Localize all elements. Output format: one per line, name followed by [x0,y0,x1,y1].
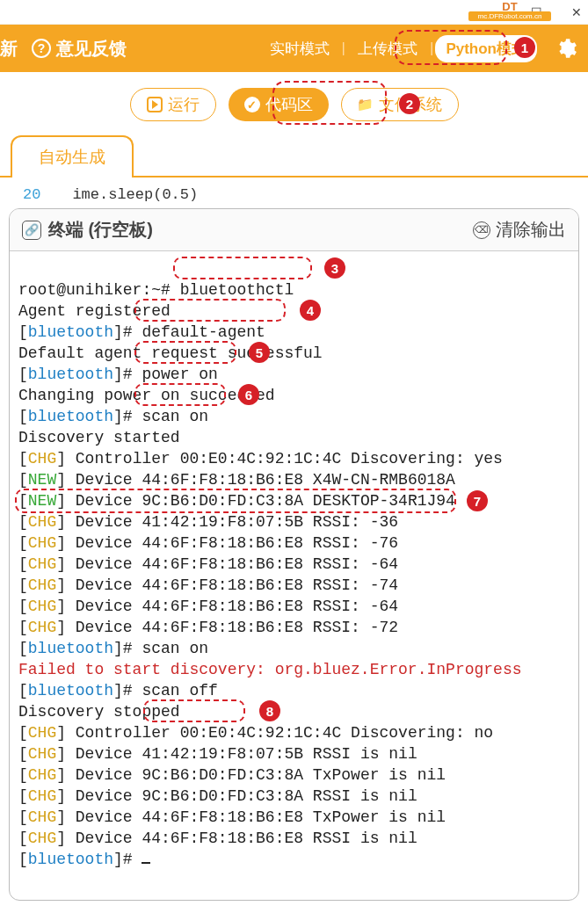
term-tag-chg: CHG [28,450,56,467]
term-text: ]# [113,851,142,868]
term-text: ] Device 9C:B6:D0:FD:C3:8A RSSI is nil [56,787,417,805]
term-text: Default agent request successful [18,344,323,362]
filesystem-label: 文件系统 [379,94,442,115]
term-tag-new: NEW [28,492,56,510]
term-prompt: bluetooth [28,851,113,868]
filesystem-button[interactable]: 文件系统 [341,88,459,121]
term-cmd: power on [142,366,217,383]
term-text: [ [18,640,28,657]
term-text: [ [18,576,28,594]
term-text: ] Device 44:6F:F8:18:B6:E8 RSSI: -64 [56,555,398,573]
term-tag-chg: CHG [28,513,56,531]
term-prompt: bluetooth [28,682,113,699]
term-text: ] Device 44:6F:F8:18:B6:E8 RSSI: -76 [56,534,398,552]
term-text: [ [18,492,28,510]
terminal-header: 🔗 终端 (行空板) ⌫ 清除输出 [10,209,578,251]
term-prompt: bluetooth [28,366,113,383]
term-text: [ [18,766,28,784]
header-left: 新 ? 意见反馈 [0,37,127,61]
term-text: ] Device 44:6F:F8:18:B6:E8 X4W-CN-RMB601… [56,471,455,489]
action-toolbar: 运行 ✓ 代码区 文件系统 2 [0,72,588,130]
eraser-icon: ⌫ [473,221,490,239]
refresh-label[interactable]: 新 [0,37,18,61]
clear-output-button[interactable]: ⌫ 清除输出 [473,218,566,242]
brand-logo-text: DT [502,0,517,13]
mode-python[interactable]: Python模式 [435,35,537,62]
term-text: [ [18,619,28,636]
terminal-title: 终端 (行空板) [48,218,153,242]
term-tag-chg: CHG [28,766,56,784]
term-prompt: bluetooth [28,323,113,341]
term-tag-chg: CHG [28,598,56,615]
term-text: ] Device 44:6F:F8:18:B6:E8 TxPower is ni… [56,808,446,826]
term-text: ]# scan on [113,640,208,657]
term-tag-chg: CHG [28,830,56,847]
term-text: [ [18,787,28,805]
term-tag-chg: CHG [28,534,56,552]
code-area-button[interactable]: ✓ 代码区 [229,88,329,121]
term-text: Discovery started [18,429,180,446]
term-text: ]# [113,323,142,341]
term-text: [ [18,408,28,425]
check-icon: ✓ [244,97,260,112]
cursor-icon [142,862,150,864]
code-preview: 20 ime.sleep(0.5) [11,186,577,203]
term-text: Changing power on succeeded [18,387,275,404]
term-text: [ [18,366,28,383]
app-header: 新 ? 意见反馈 实时模式 | 上传模式 | Python模式 1 [0,25,588,72]
term-text: ] Device 44:6F:F8:18:B6:E8 RSSI: -72 [56,619,398,636]
term-text: ] Device 9C:B6:D0:FD:C3:8A TxPower is ni… [56,766,446,784]
term-text: Discovery stopped [18,703,180,721]
terminal-output[interactable]: root@unihiker:~# bluetoothctl Agent regi… [10,251,578,900]
gear-icon [555,37,577,60]
settings-button[interactable] [553,35,579,62]
run-button-label: 运行 [168,94,200,115]
term-tag-chg: CHG [28,787,56,805]
term-text: [ [18,534,28,552]
feedback-icon[interactable]: ? [32,39,51,58]
feedback-label[interactable]: 意见反馈 [56,37,127,61]
term-text: ] Device 9C:B6:D0:FD:C3:8A DESKTOP-34R1J… [56,492,455,510]
term-text: ] Device 44:6F:F8:18:B6:E8 RSSI: -64 [56,598,398,615]
term-text: [ [18,323,28,341]
term-text: [ [18,682,28,699]
term-text: [ [18,830,28,847]
term-text: [ [18,513,28,531]
mode-realtime[interactable]: 实时模式 [259,35,340,62]
term-text: ] Controller 00:E0:4C:92:1C:4C Discoveri… [56,724,493,742]
link-icon: 🔗 [22,221,41,240]
term-text: ]# [113,408,142,425]
terminal-panel: 🔗 终端 (行空板) ⌫ 清除输出 root@unihiker:~# bluet… [9,208,579,901]
term-prompt: bluetooth [28,640,113,657]
term-tag-chg: CHG [28,619,56,636]
folder-icon [358,97,374,112]
brand-logo: DT mc.DFRobot.com.cn [468,0,551,23]
term-prompt: bluetooth [28,408,113,425]
term-cmd: scan off [142,682,217,699]
term-text: ] Controller 00:E0:4C:92:1C:4C Discoveri… [56,450,503,467]
mode-upload[interactable]: 上传模式 [347,35,428,62]
term-text: [ [18,471,28,489]
close-button[interactable]: ✕ [570,6,583,18]
term-text: ] Device 41:42:19:F8:07:5B RSSI is nil [56,745,417,763]
term-text: [ [18,745,28,763]
code-area-label: 代码区 [265,94,313,115]
term-text: [ [18,851,28,868]
term-text: ]# [113,682,142,699]
window-titlebar: DT mc.DFRobot.com.cn ─ ☐ ✕ [0,0,588,25]
tab-autogen[interactable]: 自动生成 [11,135,134,178]
term-tag-new: NEW [28,471,56,489]
run-button[interactable]: 运行 [130,88,216,121]
term-text: [ [18,450,28,467]
term-cmd: bluetoothctl [180,281,294,299]
term-text: [ [18,598,28,615]
mode-switcher: 实时模式 | 上传模式 | Python模式 [259,35,537,62]
term-text: root@unihiker:~# [18,281,180,299]
mode-sep: | [340,40,347,57]
term-text: [ [18,555,28,573]
clear-output-label: 清除输出 [496,218,566,242]
mode-sep: | [428,40,435,57]
term-tag-chg: CHG [28,724,56,742]
term-cmd: scan on [142,408,208,425]
code-line-text: ime.sleep(0.5) [54,186,198,203]
